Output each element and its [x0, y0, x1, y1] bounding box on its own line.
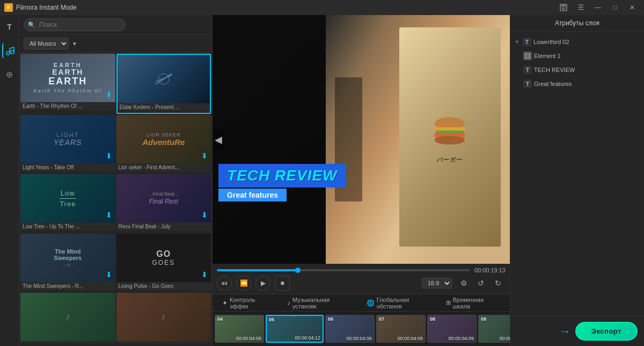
sidebar-item-text[interactable]: T	[2, 19, 17, 34]
track-item-09[interactable]: 0900:00:04:09	[478, 315, 510, 343]
layer-item-techreview[interactable]: T TECH REVIEW	[519, 63, 644, 77]
progress-handle[interactable]	[295, 268, 301, 273]
timeline-menu-label: Временная шкала	[453, 297, 501, 309]
maximize-button[interactable]: □	[608, 2, 623, 13]
media-item-livingpulse[interactable]: GO GOES ⬇ Living Pulse - Go Goes	[116, 234, 211, 292]
menu-button[interactable]: ☰	[573, 2, 588, 13]
titlebar-controls: ☰ — □ ✕	[556, 2, 640, 13]
ctrl-icon-group: ⚙ ↺ ↻	[456, 276, 506, 291]
svg-point-3	[6, 52, 10, 55]
download-icon-lowtree: ⬇	[106, 211, 112, 219]
track-item-07[interactable]: 0700:00:04:09	[376, 315, 426, 343]
aspect-ratio-select[interactable]: 16:9 9:16 1:1	[422, 278, 452, 289]
media-label-adventure: Lior seker - First Advent...	[116, 163, 211, 171]
track-item-04[interactable]: 0400:00:04:06	[215, 315, 264, 343]
step-back-button[interactable]: ⏮	[217, 276, 232, 291]
stop-button[interactable]: ■	[275, 276, 290, 291]
download-icon-mindsweepers: ⬇	[106, 270, 112, 279]
tab-effects-label: Контроль эффек	[230, 297, 274, 309]
video-controls: 00:00:19:13 ⏮ ⏪ ▶ ■ 16:9 9:16 1:1 ⚙ ↺ ↻	[213, 264, 510, 294]
download-icon-lightyears: ⬇	[106, 152, 112, 160]
media-thumb-livingpulse: GO GOES ⬇	[116, 234, 211, 282]
export-arrow-icon: →	[559, 325, 571, 338]
playback-controls: ⏮ ⏪ ▶ ■ 16:9 9:16 1:1 ⚙ ↺ ↻	[217, 276, 506, 291]
tab-global-settings[interactable]: 🌐 Глобальная обстанов	[361, 294, 440, 312]
track-item-05[interactable]: 0500:00:04:12	[266, 315, 324, 343]
app-icon: F	[4, 3, 13, 12]
minimize-button[interactable]: —	[590, 2, 605, 13]
media-item-rexx[interactable]: ...Final Beat... Final Rest ⬇ Rexx Final…	[116, 174, 211, 232]
media-grid: EARTH EARTH EARTH Earth The Rhythm Of ⬇ …	[19, 53, 212, 346]
titlebar: F Filmora Instant Mode ☰ — □ ✕	[0, 0, 644, 15]
media-thumb-adventure: LIOR SEKER AdventuRe ⬇	[116, 115, 211, 163]
burger-box: バーガー	[399, 27, 501, 246]
redo-button[interactable]: ↻	[491, 276, 506, 291]
media-thumb-eldar	[118, 55, 210, 103]
sidebar-item-add[interactable]: ⊕	[2, 67, 17, 82]
timeline-menu[interactable]: ⊞ Временная шкала	[442, 294, 506, 312]
search-wrapper: 🔍	[24, 18, 208, 31]
media-item-lightyears[interactable]: LIGHT YEARS ⬇ Light Years - Take Off	[20, 115, 115, 173]
progress-bar[interactable]	[217, 269, 470, 271]
video-content: バーガー TECH REVIEW Great features	[213, 15, 510, 264]
media-item-lowtree[interactable]: Low Tree ⬇ Low Tree - Up To The ...	[20, 174, 115, 232]
search-icon: 🔍	[28, 21, 35, 28]
media-thumb-rexx: ...Final Beat... Final Rest ⬇	[116, 174, 211, 222]
media-item-generic1[interactable]: ♪	[20, 293, 115, 345]
video-prev-arrow[interactable]: ◀	[213, 129, 224, 150]
app-title: Filmora Instant Mode	[16, 4, 77, 11]
close-button[interactable]: ✕	[625, 2, 640, 13]
layer-item-lowerthird[interactable]: ▼ T Lowerthird 02	[510, 35, 644, 49]
track-item-06[interactable]: 0600:00:04:06	[325, 315, 375, 343]
search-input[interactable]	[24, 18, 126, 31]
download-icon-adventure: ⬇	[201, 152, 208, 160]
media-label-generic2	[116, 341, 211, 343]
timeline-tabs: ✦ Контроль эффек ♪ Музыкальная установк …	[213, 294, 510, 312]
global-icon: 🌐	[367, 299, 375, 307]
progress-fill	[217, 269, 298, 271]
download-icon-earth: ⬇	[106, 90, 112, 99]
settings-button[interactable]: ⚙	[456, 276, 471, 291]
media-item-mindsweepers[interactable]: The Mind Sweepers — R... ⬇ The Mind Swee…	[20, 234, 115, 292]
video-bg: バーガー TECH REVIEW Great features	[213, 15, 510, 264]
media-label-lightyears: Light Years - Take Off	[20, 163, 115, 171]
layer-tree: ▼ T Lowerthird 02 Element 1 T TECH REVIE…	[510, 32, 644, 316]
main-layout: T ⊕ 🔍 All Musics ▼ EARTH	[0, 15, 644, 346]
sidebar-item-music[interactable]	[2, 43, 17, 58]
tab-effects-control[interactable]: ✦ Контроль эффек	[217, 294, 280, 312]
media-label-earth: Earth - The Rhythm Of ...	[20, 102, 115, 110]
export-button[interactable]: Экспорт	[575, 322, 638, 341]
media-thumb-generic2: ♪	[116, 293, 211, 341]
svg-point-11	[435, 136, 465, 145]
media-item-adventure[interactable]: LIOR SEKER AdventuRe ⬇ Lior seker - Firs…	[116, 115, 211, 173]
play-button[interactable]: ▶	[255, 276, 270, 291]
tab-music-setup[interactable]: ♪ Музыкальная установк	[282, 294, 359, 312]
music-filter-select[interactable]: All Musics	[24, 38, 69, 49]
media-filter: All Musics ▼	[19, 35, 212, 53]
track-texture	[267, 316, 323, 342]
undo-button[interactable]: ↺	[473, 276, 488, 291]
save-button[interactable]	[556, 2, 571, 13]
media-item-generic2[interactable]: ♪	[116, 293, 211, 345]
expand-icon: ▼	[515, 39, 519, 45]
media-label-mindsweepers: The Mind Sweepers - R...	[20, 282, 115, 290]
track-item-08[interactable]: 0800:00:04:09	[427, 315, 477, 343]
prev-frame-button[interactable]: ⏪	[236, 276, 251, 291]
icon-sidebar: T ⊕	[0, 15, 19, 346]
timeline-menu-icon: ⊞	[446, 299, 451, 306]
media-thumb-earth: EARTH EARTH EARTH Earth The Rhythm Of ⬇	[20, 54, 115, 102]
effects-icon: ✦	[222, 299, 228, 307]
media-item-earth[interactable]: EARTH EARTH EARTH Earth The Rhythm Of ⬇ …	[20, 54, 115, 114]
earth-thumb-text: EARTH EARTH EARTH Earth The Rhythm Of	[33, 62, 102, 94]
music-tab-icon: ♪	[287, 299, 290, 307]
track-texture	[377, 315, 425, 342]
layer-label-lowerthird: Lowerthird 02	[533, 39, 569, 45]
media-item-eldar[interactable]: Eldar Kedem - Present ...	[116, 54, 211, 114]
layer-label-techreview: TECH REVIEW	[534, 67, 575, 73]
timeline-tracks: 0400:00:04:060500:00:04:120600:00:04:060…	[213, 312, 510, 346]
layer-item-greatfeatures[interactable]: T Great features	[519, 77, 644, 91]
layer-item-element1[interactable]: Element 1	[519, 49, 644, 63]
svg-rect-8	[436, 131, 464, 133]
burger-icon: バーガー	[428, 110, 471, 164]
download-icon-rexx: ⬇	[201, 211, 208, 219]
